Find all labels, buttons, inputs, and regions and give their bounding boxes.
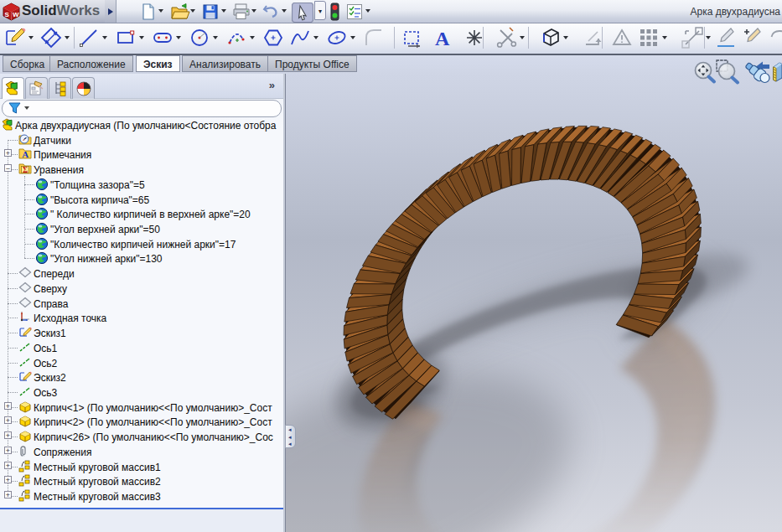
svg-text:Σ: Σ	[23, 166, 28, 174]
svg-text:A: A	[435, 28, 450, 49]
svg-text:S: S	[5, 11, 10, 18]
svg-text:W: W	[13, 11, 19, 18]
svg-text:A: A	[22, 149, 28, 159]
